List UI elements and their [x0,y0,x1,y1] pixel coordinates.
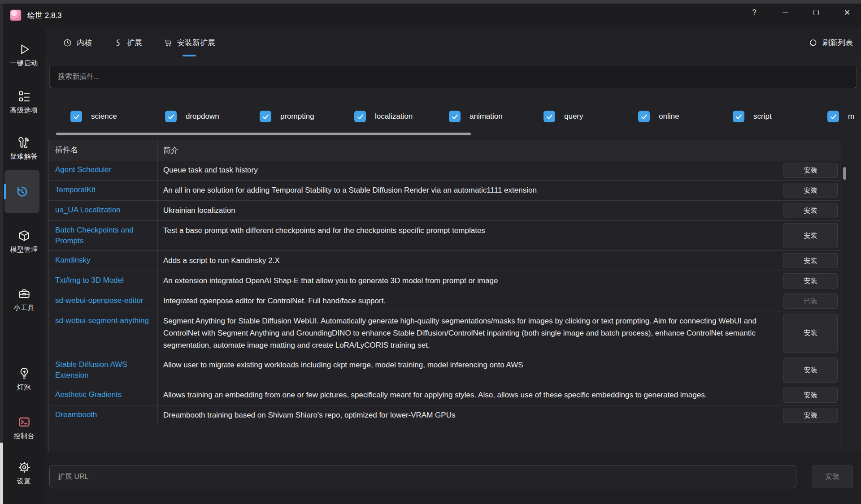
plugin-description-cell: Ukrainian localization [157,201,781,220]
tab-1[interactable]: 内核 [63,27,92,58]
plugin-action-cell: 安装 [781,181,840,200]
plugin-name-link[interactable]: sd-webui-openpose-editor [55,296,144,305]
plugin-name-link[interactable]: Kandinsky [55,256,90,264]
plugin-description-cell: Adds a script to run Kandinsky 2.X [157,251,781,271]
sidebar-item-label: 模型管理 [10,246,38,254]
maximize-button[interactable] [806,4,826,22]
checkbox-checked[interactable] [544,111,555,122]
close-button[interactable]: ✕ [837,4,857,22]
table-row: Txt/Img to 3D ModelAn extension integrat… [49,271,840,291]
tab-bar: 内核扩展安装新扩展 刷新列表 [45,27,861,58]
sidebar-item-7[interactable]: 灯泡 [3,366,45,392]
checkbox-checked[interactable] [733,111,744,122]
table-body: Agent SchedulerQueue task and task histo… [49,160,840,425]
checkbox-checked[interactable] [70,111,82,122]
install-from-url-button[interactable]: 安装 [812,465,853,488]
vertical-scrollbar[interactable] [843,167,846,180]
table-row: Stable Diffusion AWS ExtensionAllow user… [49,355,840,385]
installed-button[interactable]: 已装 [783,293,838,309]
checkbox-checked[interactable] [165,111,177,122]
table-header: 插件名 简介 [49,140,840,160]
plugin-name-link[interactable]: sd-webui-segment-anything [55,316,149,325]
install-button[interactable]: 安装 [783,163,838,178]
table-row: ua_UA LocalizationUkrainian localization… [49,200,840,220]
plugin-description-cell: An extension integrated OpenAI Shap-E th… [157,271,781,291]
plugin-name-link[interactable]: Aesthetic Gradients [55,390,122,399]
help-button[interactable]: ? [744,4,765,22]
package-icon [17,229,31,242]
plugin-name-cell: Aesthetic Gradients [49,385,157,405]
table-row: Aesthetic GradientsAllows training an em… [49,385,840,405]
sidebar-item-2[interactable]: 高级选项 [3,90,45,115]
sidebar-item-label: 设置 [17,477,31,486]
checkbox-checked[interactable] [260,111,271,122]
sidebar-item-5[interactable]: 模型管理 [3,229,45,254]
tab-label: 扩展 [127,38,142,48]
console-icon [17,415,31,429]
background-window-left-edge-light [0,443,3,504]
install-button[interactable]: 安装 [783,358,838,383]
titlebar: 绘世 2.8.3 ? ✕ [3,4,861,27]
plugin-description-cell: Segment Anything for Stable Diffusion We… [157,311,781,355]
sidebar-item-9[interactable]: 设置 [3,461,45,486]
sidebar-item-label: 灯泡 [17,383,31,392]
sidebar-item-8[interactable]: 控制台 [3,415,45,440]
sidebar-item-1[interactable]: 一键启动 [3,43,45,68]
plugin-name-link[interactable]: ua_UA Localization [55,206,121,214]
filter-animation: animation [449,110,544,123]
checkbox-checked[interactable] [638,111,650,122]
horizontal-scrollbar[interactable] [56,133,471,135]
checkbox-checked[interactable] [354,111,366,122]
sidebar-item-6[interactable]: 小工具 [3,287,45,312]
filter-label: science [91,112,117,121]
install-button[interactable]: 安装 [783,273,838,289]
extensions-table: 插件名 简介 Agent SchedulerQueue task and tas… [48,140,840,478]
install-button[interactable]: 安装 [783,314,838,353]
maximize-icon [813,10,819,15]
filter-prompting: prompting [260,110,354,123]
sidebar-item-label: 高级选项 [10,106,38,115]
plugin-name-link[interactable]: Batch Checkpoints and Prompts [55,226,134,245]
plugin-name-link[interactable]: Txt/Img to 3D Model [55,276,124,284]
extension-url-input[interactable] [49,465,796,488]
filter-row: sciencedropdownpromptinglocalizationanim… [70,110,861,123]
install-button[interactable]: 安装 [783,408,838,423]
install-button[interactable]: 安装 [783,223,838,248]
install-button[interactable]: 安装 [783,203,838,218]
plugin-description-cell: An all in one solution for adding Tempor… [157,181,781,200]
plugin-name-link[interactable]: Agent Scheduler [55,165,112,174]
sidebar-item-active[interactable] [4,170,39,213]
filter-label: online [659,112,679,121]
plugin-action-cell: 安装 [781,355,840,385]
tab-2[interactable]: 扩展 [113,27,142,58]
search-input[interactable] [49,65,857,88]
sidebar-item-label: 小工具 [13,304,35,312]
sidebar-item-3[interactable]: 疑难解答 [3,136,45,161]
filter-localization: localization [354,110,449,123]
install-button[interactable]: 安装 [783,253,838,268]
checkbox-checked[interactable] [449,111,461,122]
tab-3[interactable]: 安装新扩展 [163,27,215,58]
tools-icon [17,136,31,149]
filter-label: animation [470,112,503,121]
checkbox-checked[interactable] [827,111,839,122]
plugin-action-cell: 安装 [781,221,840,250]
install-button[interactable]: 安装 [783,183,838,198]
column-header-action [781,140,840,160]
lightbulb-icon [17,366,31,380]
plugin-action-cell: 安装 [781,311,840,355]
cart-icon [163,38,173,47]
plugin-name-link[interactable]: Dreambooth [55,410,97,419]
plugin-name-link[interactable]: Stable Diffusion AWS Extension [55,360,127,379]
refresh-list-button[interactable]: 刷新列表 [809,38,853,48]
app-window: 绘世 2.8.3 ? ✕ 一键启动高级选项疑难解答模型管理小工具灯泡控制台设置 … [0,0,861,504]
plugin-name-link[interactable]: TemporalKit [55,185,96,194]
minimize-button[interactable] [775,4,796,22]
caption-buttons: ? ✕ [744,4,861,27]
filter-label: prompting [280,112,314,121]
filter-label: localization [375,112,413,121]
filter-science: science [70,110,165,123]
tab-label: 安装新扩展 [177,38,215,48]
install-button[interactable]: 安装 [783,388,838,403]
close-icon: ✕ [844,8,850,17]
